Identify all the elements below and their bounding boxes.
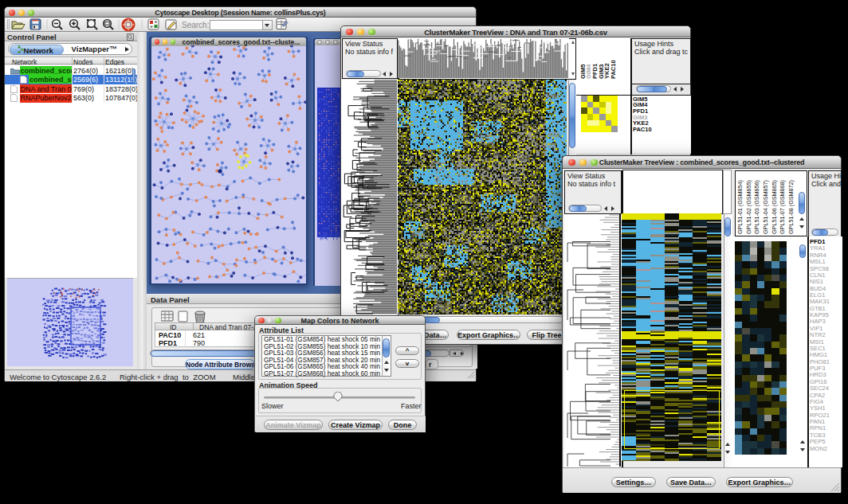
svg-text:GPL51-06 (GSM865): GPL51-06 (GSM865) (771, 180, 778, 234)
svg-text:GPL51-01 (GSM854): GPL51-01 (GSM854) (736, 180, 744, 234)
svg-text:PAC10: PAC10 (610, 60, 617, 79)
svg-text:MON2: MON2 (810, 445, 827, 452)
svg-text:GPL51-07 (GSM868): GPL51-07 (GSM868) (779, 180, 786, 234)
svg-text:GPL51-03 (GSM856): GPL51-03 (GSM856) (753, 180, 760, 234)
svg-text:GPL51-02 (GSM855): GPL51-02 (GSM855) (745, 180, 752, 234)
svg-text:GPL51-04 (GSM857): GPL51-04 (GSM857) (762, 180, 769, 234)
svg-text:GPL51-08 (GSM872): GPL51-08 (GSM872) (787, 180, 795, 234)
